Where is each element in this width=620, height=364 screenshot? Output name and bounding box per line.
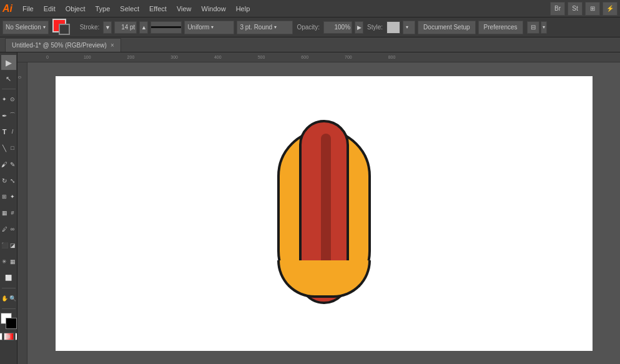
- type-icon: T: [2, 128, 7, 135]
- gradient-group: ▦ #: [1, 205, 16, 220]
- gradient-mode-btn[interactable]: ▦: [4, 333, 14, 340]
- menu-file[interactable]: File: [17, 4, 39, 14]
- line-icon: ╲: [2, 145, 6, 152]
- pen-group: ✒ ⌒: [1, 108, 16, 123]
- paintbrush-icon: 🖌: [1, 161, 7, 168]
- options-toolbar: No Selection ▾ Stroke: ▼ ▲ Uniform ▾ 3 p…: [0, 17, 620, 37]
- app-logo: Ai: [2, 3, 12, 14]
- type-group: T /: [1, 124, 16, 139]
- artboard-tool[interactable]: ⬜: [1, 270, 16, 285]
- style-dropdown[interactable]: ▾: [403, 21, 415, 34]
- color-mode-btn[interactable]: ■: [0, 333, 2, 340]
- eyedropper-tool[interactable]: 🖊: [1, 222, 8, 237]
- live-paint-tool[interactable]: ⬛: [1, 238, 8, 253]
- arrange-expand-icon[interactable]: ▾: [541, 21, 547, 34]
- magic-wand-tool[interactable]: ✦: [1, 92, 8, 107]
- shape-tool[interactable]: □: [9, 140, 16, 155]
- style-label: Style:: [367, 24, 383, 31]
- tab-close-button[interactable]: ×: [111, 42, 114, 49]
- stroke-color-box[interactable]: [59, 24, 70, 35]
- app-integration-icons: Br St ⊞ ⚡: [550, 2, 618, 16]
- chevron-down-icon: ▾: [406, 24, 408, 30]
- menu-edit[interactable]: Edit: [39, 4, 61, 14]
- pencil-tool[interactable]: ✎: [9, 157, 16, 172]
- sync-icon[interactable]: ⚡: [603, 2, 618, 16]
- artboard: [56, 76, 593, 351]
- selection-tool[interactable]: ▶: [1, 55, 16, 70]
- free-transform-tool[interactable]: ⊞: [1, 189, 8, 204]
- chevron-down-icon: ▾: [43, 24, 46, 30]
- ruler-left: 0 100 200 300: [17, 62, 27, 364]
- symbol-graph-group: ✳ ▦: [1, 254, 16, 269]
- direct-selection-tool[interactable]: ↖: [1, 71, 16, 86]
- menu-window[interactable]: Window: [197, 4, 231, 14]
- line-group: ╲ □: [1, 140, 16, 155]
- blend-tool[interactable]: ∞: [9, 222, 16, 237]
- document-setup-button[interactable]: Document Setup: [418, 21, 476, 34]
- grid-icon[interactable]: ⊞: [585, 2, 600, 16]
- symbol-sprayer-tool[interactable]: ✳: [1, 254, 8, 269]
- stroke-increment[interactable]: ▲: [139, 21, 148, 34]
- mesh-icon: #: [11, 210, 14, 216]
- chevron-down-icon: ▾: [274, 24, 277, 30]
- selection-dropdown[interactable]: No Selection ▾: [2, 21, 49, 34]
- arrange-icon[interactable]: ⊟: [527, 21, 539, 34]
- eyedropper-icon: 🖊: [2, 226, 7, 232]
- stroke-style-dropdown[interactable]: Uniform ▾: [184, 21, 234, 34]
- nav-group: ✋ 🔍: [1, 291, 16, 306]
- shape-builder-icon: ✦: [10, 194, 15, 200]
- stroke-value-input[interactable]: [114, 21, 137, 34]
- live-paint-group: ⬛ ◪: [1, 238, 16, 253]
- rotate-icon: ↻: [2, 177, 7, 184]
- tool-divider: [2, 89, 16, 89]
- stroke-decrement[interactable]: ▼: [103, 21, 112, 34]
- stroke-swatch[interactable]: [6, 318, 17, 329]
- line-tool[interactable]: ╲: [1, 140, 8, 155]
- fill-stroke-pair: [52, 19, 75, 36]
- lasso-tool[interactable]: ⊙: [9, 92, 16, 107]
- menu-type[interactable]: Type: [91, 4, 116, 14]
- opacity-label: Opacity:: [297, 24, 320, 31]
- menu-view[interactable]: View: [172, 4, 197, 14]
- shape-builder-tool[interactable]: ✦: [9, 189, 16, 204]
- stroke-line: [151, 26, 181, 28]
- pen-tool[interactable]: ✒: [1, 108, 8, 123]
- style-box[interactable]: [386, 21, 400, 34]
- menu-effect[interactable]: Effect: [144, 4, 172, 14]
- transform-group: ↻ ⤡: [1, 173, 16, 188]
- pencil-icon: ✎: [10, 161, 15, 168]
- bun-front-bottom: [277, 260, 371, 298]
- round-style-dropdown[interactable]: 3 pt. Round ▾: [237, 21, 293, 34]
- menu-select[interactable]: Select: [115, 4, 144, 14]
- direct-selection-icon: ↖: [6, 75, 11, 83]
- perspective-icon: ◪: [10, 242, 16, 248]
- paintbrush-tool[interactable]: 🖌: [1, 157, 8, 172]
- stock-icon[interactable]: St: [568, 2, 583, 16]
- rotate-tool[interactable]: ↻: [1, 173, 8, 188]
- graph-tool[interactable]: ▦: [9, 254, 16, 269]
- document-tab[interactable]: Untitled-1* @ 50% (RGB/Preview) ×: [5, 38, 121, 52]
- preferences-button[interactable]: Preferences: [478, 21, 523, 34]
- curvature-tool[interactable]: ⌒: [9, 108, 16, 123]
- menu-object[interactable]: Object: [61, 4, 91, 14]
- bridge-icon[interactable]: Br: [550, 2, 565, 16]
- symbol-sprayer-icon: ✳: [2, 258, 7, 265]
- blend-icon: ∞: [11, 226, 14, 232]
- vertical-type-tool[interactable]: /: [9, 124, 16, 139]
- canvas-content[interactable]: [27, 62, 620, 364]
- zoom-tool[interactable]: 🔍: [9, 291, 16, 306]
- scale-tool[interactable]: ⤡: [9, 173, 16, 188]
- stroke-label: Stroke:: [80, 24, 100, 31]
- type-tool[interactable]: T: [1, 124, 8, 139]
- opacity-input[interactable]: [323, 21, 352, 34]
- graph-icon: ▦: [10, 258, 16, 265]
- opacity-expand[interactable]: ▶: [355, 21, 363, 34]
- menu-help[interactable]: Help: [231, 4, 255, 14]
- perspective-tool[interactable]: ◪: [9, 238, 16, 253]
- gradient-tool[interactable]: ▦: [1, 205, 8, 220]
- tab-bar: Untitled-1* @ 50% (RGB/Preview) ×: [0, 37, 620, 52]
- mesh-tool[interactable]: #: [9, 205, 16, 220]
- hand-tool[interactable]: ✋: [1, 291, 8, 306]
- eye-blend-group: 🖊 ∞: [1, 222, 16, 237]
- free-transform-icon: ⊞: [2, 194, 7, 200]
